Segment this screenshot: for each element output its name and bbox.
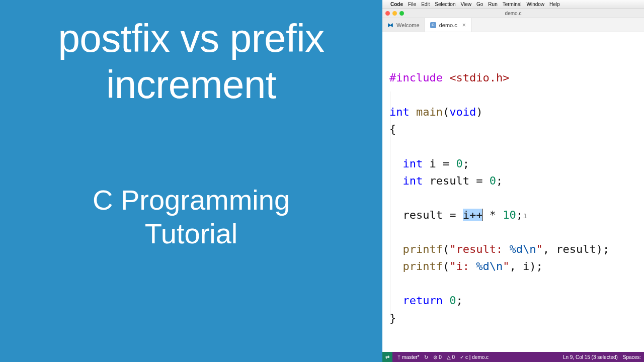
mac-menubar[interactable]: Code File Edit Selection View Go Run Ter… — [382, 0, 644, 9]
problems-warnings[interactable]: △ 0 — [447, 354, 455, 360]
tab-welcome-label: Welcome — [396, 22, 420, 28]
menu-selection[interactable]: Selection — [435, 2, 455, 7]
code-main-func: main — [410, 106, 443, 118]
menu-edit[interactable]: Edit — [421, 2, 430, 7]
editor-tabbar: ⧓ Welcome C demo.c × — [382, 18, 644, 32]
mouse-ibeam-icon: ı — [523, 211, 528, 220]
statusbar: ⇄ ᛘ master* ↻ ⊘ 0 △ 0 ✓ c | demo.c Ln 9,… — [382, 352, 644, 362]
window-titlebar[interactable]: demo.c — [382, 9, 644, 18]
status-check[interactable]: ✓ c | demo.c — [460, 354, 489, 360]
git-branch[interactable]: ᛘ master* — [397, 354, 419, 360]
menu-go[interactable]: Go — [476, 2, 483, 7]
menu-terminal[interactable]: Terminal — [503, 2, 522, 7]
menu-view[interactable]: View — [461, 2, 472, 7]
slide-subtitle-line2: Tutorial — [145, 218, 238, 249]
slide-panel: postfix vs prefix increment C Programmin… — [0, 0, 382, 362]
slide-subtitle: C Programming Tutorial — [93, 183, 290, 250]
sync-icon: ↻ — [424, 354, 428, 360]
tab-demo-c-label: demo.c — [439, 22, 457, 28]
sync-button[interactable]: ↻ — [424, 354, 428, 360]
indent-guide — [390, 92, 390, 317]
menu-run[interactable]: Run — [488, 2, 497, 7]
slide-title: postfix vs prefix increment — [58, 15, 324, 108]
menubar-app-name[interactable]: Code — [390, 2, 403, 7]
code-editor[interactable]: #include <stdio.h> int main(void) { int … — [382, 32, 644, 352]
tab-demo-c[interactable]: C demo.c × — [425, 18, 471, 32]
branch-icon: ᛘ — [397, 354, 400, 360]
c-file-icon: C — [430, 22, 436, 28]
indent-setting[interactable]: Spaces: — [623, 354, 641, 360]
remote-icon: ⇄ — [385, 354, 389, 360]
code-return-type: int — [389, 106, 410, 118]
code-void: void — [449, 106, 476, 118]
menu-help[interactable]: Help — [549, 2, 560, 7]
desktop: Code File Edit Selection View Go Run Ter… — [382, 0, 644, 362]
code-include-path: <stdio.h> — [443, 71, 509, 84]
close-icon[interactable]: × — [462, 22, 466, 29]
remote-button[interactable]: ⇄ — [382, 352, 392, 362]
menu-window[interactable]: Window — [527, 2, 545, 7]
window-title: demo.c — [382, 11, 644, 16]
problems-errors[interactable]: ⊘ 0 — [433, 354, 441, 360]
tab-welcome[interactable]: ⧓ Welcome — [382, 18, 425, 32]
code-include-directive: #include — [389, 71, 443, 84]
code-selection: i++ — [463, 209, 483, 221]
slide-title-line2: increment — [106, 62, 276, 107]
cursor-position[interactable]: Ln 9, Col 15 (3 selected) — [563, 354, 618, 360]
slide-subtitle-line1: C Programming — [93, 184, 290, 216]
vscode-icon: ⧓ — [387, 22, 393, 28]
slide-title-line1: postfix vs prefix — [58, 16, 324, 60]
menu-file[interactable]: File — [408, 2, 416, 7]
